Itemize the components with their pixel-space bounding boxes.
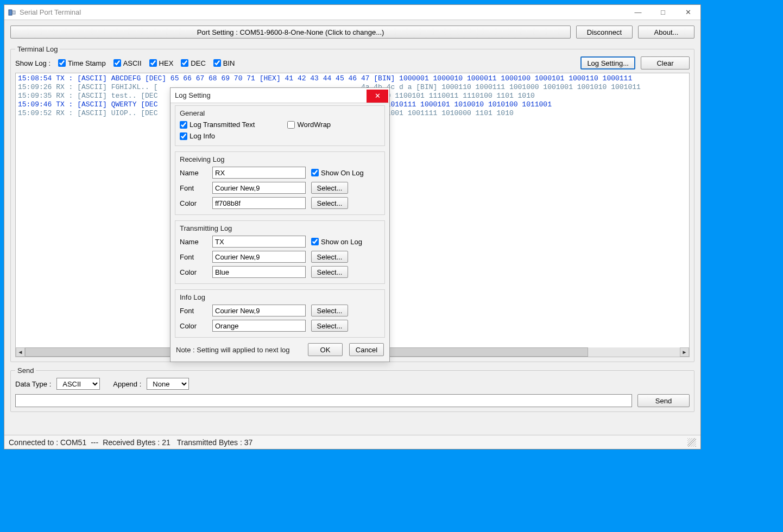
send-button[interactable]: Send bbox=[637, 394, 690, 407]
port-setting-button[interactable]: Port Setting : COM51-9600-8-One-None (Cl… bbox=[10, 26, 571, 39]
cancel-button[interactable]: Cancel bbox=[349, 343, 384, 356]
log-info-checkbox[interactable]: Log Info bbox=[180, 132, 380, 140]
send-controls-row: Data Type : ASCII Append : None bbox=[15, 378, 690, 390]
info-font-select-button[interactable]: Select... bbox=[311, 305, 348, 316]
top-button-row: Port Setting : COM51-9600-8-One-None (Cl… bbox=[10, 26, 694, 39]
datatype-select[interactable]: ASCII bbox=[56, 378, 100, 390]
rx-color-label: Color bbox=[180, 199, 207, 207]
log-setting-button[interactable]: Log Setting... bbox=[580, 56, 635, 69]
minimize-button[interactable]: — bbox=[626, 5, 651, 20]
show-log-label: Show Log : bbox=[15, 59, 50, 67]
send-legend: Send bbox=[15, 366, 36, 375]
status-transmitted: Transmitted Bytes : 37 bbox=[177, 438, 253, 447]
about-button[interactable]: About... bbox=[638, 26, 694, 39]
status-received: Received Bytes : 21 bbox=[103, 438, 171, 447]
info-color-input[interactable] bbox=[212, 320, 306, 332]
tx-font-select-button[interactable]: Select... bbox=[311, 251, 348, 263]
transmitting-log-group: Transmitting Log Name Show on Log Font S… bbox=[175, 220, 385, 284]
rx-name-input[interactable] bbox=[212, 167, 306, 179]
datatype-label: Data Type : bbox=[15, 380, 51, 388]
statusbar: Connected to : COM51 --- Received Bytes … bbox=[4, 435, 700, 449]
dialog-note: Note : Setting will applied to next log bbox=[176, 346, 290, 354]
titlebar: Serial Port Terminal — □ ✕ bbox=[4, 5, 700, 20]
tx-color-label: Color bbox=[180, 268, 207, 276]
dec-checkbox[interactable]: DEC bbox=[181, 59, 205, 67]
clear-button[interactable]: Clear bbox=[641, 56, 690, 69]
rx-font-input[interactable] bbox=[212, 182, 306, 194]
bin-checkbox[interactable]: BIN bbox=[213, 59, 235, 67]
info-color-label: Color bbox=[180, 322, 207, 330]
receiving-log-legend: Receiving Log bbox=[180, 155, 380, 163]
hex-checkbox[interactable]: HEX bbox=[149, 59, 174, 67]
send-group: Send Data Type : ASCII Append : None Sen… bbox=[10, 366, 694, 412]
scroll-left-arrow[interactable]: ◄ bbox=[16, 347, 25, 357]
tx-name-input[interactable] bbox=[212, 236, 306, 248]
info-font-label: Font bbox=[180, 307, 207, 315]
tx-color-select-button[interactable]: Select... bbox=[311, 266, 348, 278]
app-icon bbox=[8, 8, 16, 17]
resize-grip-icon[interactable] bbox=[687, 438, 696, 447]
log-line: 15:08:54 TX : [ASCII] ABCDEFG [DEC] 65 6… bbox=[18, 74, 687, 83]
ok-button[interactable]: OK bbox=[308, 343, 343, 356]
maximize-button[interactable]: □ bbox=[651, 5, 675, 20]
window-title: Serial Port Terminal bbox=[20, 8, 81, 16]
transmitting-log-legend: Transmitting Log bbox=[180, 224, 380, 232]
rx-show-on-log-checkbox[interactable]: Show On Log bbox=[311, 169, 364, 177]
rx-color-input[interactable] bbox=[212, 197, 306, 209]
close-button[interactable]: ✕ bbox=[675, 5, 700, 20]
log-tx-checkbox[interactable]: Log Transmitted Text bbox=[180, 121, 255, 129]
tx-color-input[interactable] bbox=[212, 266, 306, 278]
status-connected: Connected to : COM51 bbox=[9, 438, 86, 447]
rx-color-select-button[interactable]: Select... bbox=[311, 197, 348, 209]
info-color-select-button[interactable]: Select... bbox=[311, 320, 348, 332]
send-input-row: Send bbox=[15, 394, 690, 407]
rx-font-label: Font bbox=[180, 184, 207, 192]
log-options-row: Show Log : Time Stamp ASCII HEX DEC BIN … bbox=[15, 56, 690, 69]
disconnect-button[interactable]: Disconnect bbox=[576, 26, 633, 39]
tx-name-label: Name bbox=[180, 238, 207, 246]
dialog-titlebar: Log Setting ✕ bbox=[171, 88, 389, 103]
rx-name-label: Name bbox=[180, 169, 207, 177]
ascii-checkbox[interactable]: ASCII bbox=[113, 59, 142, 67]
dialog-close-button[interactable]: ✕ bbox=[367, 90, 388, 103]
info-log-group: Info Log Font Select... Color Select... bbox=[175, 289, 385, 338]
receiving-log-group: Receiving Log Name Show On Log Font Sele… bbox=[175, 151, 385, 215]
info-font-input[interactable] bbox=[212, 305, 306, 316]
dialog-footer: Note : Setting will applied to next log … bbox=[175, 343, 385, 357]
general-legend: General bbox=[180, 109, 380, 117]
svg-rect-0 bbox=[9, 10, 12, 15]
append-label: Append : bbox=[113, 380, 141, 388]
timestamp-checkbox[interactable]: Time Stamp bbox=[58, 59, 106, 67]
general-group: General Log Transmitted Text WordWrap Lo… bbox=[175, 105, 385, 146]
rx-font-select-button[interactable]: Select... bbox=[311, 182, 348, 194]
append-select[interactable]: None bbox=[147, 378, 189, 390]
scroll-right-arrow[interactable]: ► bbox=[680, 347, 689, 357]
tx-show-on-log-checkbox[interactable]: Show on Log bbox=[311, 238, 362, 246]
log-setting-dialog: Log Setting ✕ General Log Transmitted Te… bbox=[170, 87, 390, 362]
wordwrap-checkbox[interactable]: WordWrap bbox=[287, 121, 331, 129]
status-sep: --- bbox=[91, 438, 98, 447]
tx-font-input[interactable] bbox=[212, 251, 306, 263]
tx-font-label: Font bbox=[180, 253, 207, 261]
dialog-title: Log Setting bbox=[175, 91, 211, 99]
window-buttons: — □ ✕ bbox=[626, 5, 700, 20]
dialog-body: General Log Transmitted Text WordWrap Lo… bbox=[171, 103, 389, 362]
info-log-legend: Info Log bbox=[180, 293, 380, 301]
svg-rect-1 bbox=[12, 11, 15, 14]
terminal-log-legend: Terminal Log bbox=[15, 45, 60, 53]
send-input[interactable] bbox=[15, 394, 632, 407]
